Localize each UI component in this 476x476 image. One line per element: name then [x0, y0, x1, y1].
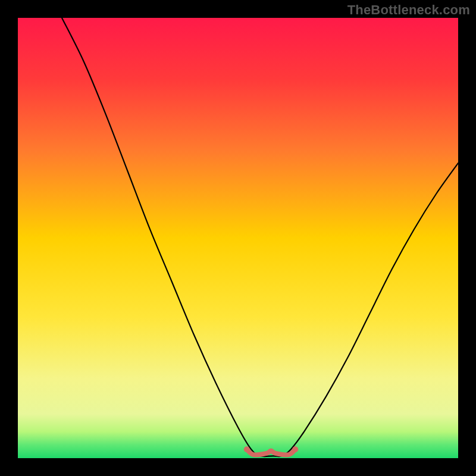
plot-area [18, 18, 458, 458]
curve-layer [18, 18, 458, 458]
chart-frame: TheBottleneck.com [0, 0, 476, 476]
optimal-range-start-dot [244, 446, 250, 452]
watermark-text: TheBottleneck.com [347, 2, 470, 18]
bottleneck-curve [62, 18, 458, 456]
optimal-range-end-dot [292, 446, 298, 452]
